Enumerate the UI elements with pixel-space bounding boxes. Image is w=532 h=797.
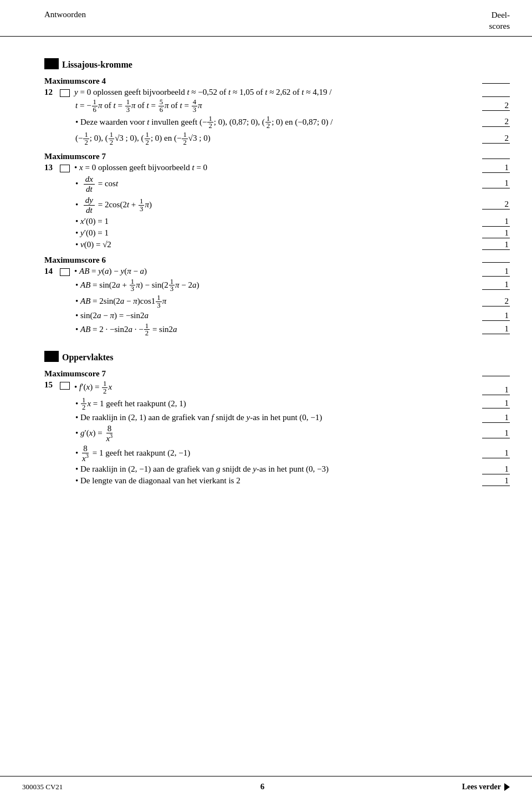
q15-sub1-score: 1 [482, 385, 510, 395]
q12-sub3-text: (−12; 0), (12√3 ; 0), (12; 0) en (−12√3 … [75, 131, 482, 146]
next-arrow-icon [504, 783, 510, 791]
q12-sub1: t = −16π of t = 13π of t = 56π of t = 43… [44, 99, 510, 114]
q13-sub4-text: • y′(0) = 1 [75, 228, 482, 238]
page-container: Antwoorden Deel- scores Lissajous-kromme… [0, 0, 532, 797]
q15-sub4: • g′(x) = 8x3 1 [44, 425, 510, 443]
q15-sub4-text: • g′(x) = 8x3 [75, 425, 482, 443]
q13-sub2-text: • dy dt = 2cos(2t + 13π) [75, 196, 482, 215]
q15-sub7-text: • De lengte van de diagonaal van het vie… [75, 476, 482, 486]
q13-sub2-score: 2 [482, 200, 510, 210]
q15-sub3-score: 1 [482, 413, 510, 423]
section-lissajous: Lissajous-kromme [44, 54, 510, 73]
q13-sub5: • v(0) = √2 1 [44, 240, 510, 250]
q15-sub5: • 8x3 = 1 geeft het raakpunt (2, −1) 1 [44, 445, 510, 463]
question-14: Maximumscore 6 14 • AB = y(a) − y(π − a)… [44, 256, 510, 338]
section2-icon [44, 351, 59, 362]
section-title-lissajous: Lissajous-kromme [62, 60, 132, 70]
question-12: Maximumscore 4 12 y = 0 oplossen geeft b… [44, 76, 510, 146]
q15-sub6: • De raaklijn in (2, −1) aan de grafiek … [44, 464, 510, 474]
q13-main-text: • x = 0 oplossen geeft bijvoorbeeld t = … [74, 163, 482, 172]
footer-next: Lees verder [462, 783, 510, 791]
q14-sub2: • AB = 2sin(2a − π)cos113π 2 [44, 294, 510, 309]
q15-sub2: • 12x = 1 geeft het raakpunt (2, 1) 1 [44, 397, 510, 412]
q14-sub1-text: • AB = sin(2a + 13π) − sin(213π − 2a) [75, 278, 482, 293]
question-13: Maximumscore 7 13 • x = 0 oplossen geeft… [44, 152, 510, 250]
q13-sub3-score: 1 [482, 217, 510, 227]
q13-checkbox [60, 165, 70, 172]
q14-maxscore: Maximumscore 6 [44, 256, 106, 264]
q15-sub1-text: • f′(x) = 12x [74, 380, 482, 395]
q15-sub6-text: • De raaklijn in (2, −1) aan de grafiek … [75, 464, 482, 474]
q13-sub1-text: • dx dt = cost [75, 175, 482, 194]
q14-sub1: • AB = sin(2a + 13π) − sin(213π − 2a) 1 [44, 278, 510, 293]
q12-main-text: y = 0 oplossen geeft bijvoorbeeld t ≈ −0… [74, 88, 482, 97]
q12-main-row: 12 y = 0 oplossen geeft bijvoorbeeld t ≈… [44, 88, 510, 97]
q12-sub2-score: 2 [482, 117, 510, 127]
q14-sub4-score: 1 [482, 324, 510, 334]
q14-sub3-text: • sin(2a − π) = −sin2a [75, 311, 482, 320]
q15-main-row: 15 • f′(x) = 12x 1 [44, 380, 510, 395]
q15-sub3: • De raaklijn in (2, 1) aan de grafiek v… [44, 413, 510, 423]
q15-sub7: • De lengte van de diagonaal van het vie… [44, 476, 510, 486]
q13-sub4: • y′(0) = 1 1 [44, 228, 510, 238]
q13-sub4-score: 1 [482, 228, 510, 238]
q14-checkbox [60, 268, 70, 276]
q15-number: 15 [44, 380, 60, 390]
q14-score1: 1 [482, 267, 510, 277]
q15-sub5-score: 1 [482, 448, 510, 458]
page-footer: 300035 CV21 6 Lees verder [0, 776, 532, 797]
q14-sub4: • AB = 2 · −sin2a · −12 = sin2a 1 [44, 323, 510, 338]
q12-number: 12 [44, 88, 60, 97]
q13-sub3: • x′(0) = 1 1 [44, 217, 510, 227]
q15-sub3-text: • De raaklijn in (2, 1) aan de grafiek v… [75, 413, 482, 422]
main-content: Lissajous-kromme Maximumscore 4 12 y = 0… [0, 37, 532, 521]
q15-sub2-score: 1 [482, 398, 510, 408]
q14-main-text: • AB = y(a) − y(π − a) [74, 267, 482, 276]
q12-sub3-score: 2 [482, 134, 510, 144]
q14-sub3: • sin(2a − π) = −sin2a 1 [44, 311, 510, 321]
q15-checkbox [60, 382, 70, 390]
q14-sub2-text: • AB = 2sin(2a − π)cos113π [75, 294, 482, 309]
header-scores: Deel- scores [489, 10, 510, 32]
q15-sub2-text: • 12x = 1 geeft het raakpunt (2, 1) [75, 397, 482, 412]
q13-sub1: • dx dt = cost 1 [44, 175, 510, 194]
footer-page: 6 [260, 782, 265, 791]
q13-main-row: 13 • x = 0 oplossen geeft bijvoorbeeld t… [44, 163, 510, 173]
q13-maxscore: Maximumscore 7 [44, 152, 106, 161]
q12-maxscore-val [482, 83, 510, 84]
q12-sub2-text: • Deze waarden voor t invullen geeft (−1… [75, 115, 482, 130]
q14-sub3-score: 1 [482, 311, 510, 321]
q14-sub4-text: • AB = 2 · −sin2a · −12 = sin2a [75, 323, 482, 338]
q14-main-row: 14 • AB = y(a) − y(π − a) 1 [44, 267, 510, 277]
q12-sub1-score: 2 [482, 101, 510, 111]
q12-sub2: • Deze waarden voor t invullen geeft (−1… [44, 115, 510, 130]
q14-sub1-score: 1 [482, 280, 510, 290]
q13-sub5-score: 1 [482, 240, 510, 250]
q12-checkbox [60, 89, 70, 97]
q12-sub1-text: t = −16π of t = 13π of t = 56π of t = 43… [75, 99, 482, 114]
q12-score1 [482, 96, 510, 97]
section-oppervlaktes: Oppervlaktes [44, 347, 510, 366]
q15-sub5-text: • 8x3 = 1 geeft het raakpunt (2, −1) [75, 445, 482, 463]
question-15: Maximumscore 7 15 • f′(x) = 12x 1 • 12x … [44, 369, 510, 486]
q12-maxscore: Maximumscore 4 [44, 76, 106, 85]
q15-sub6-score: 1 [482, 464, 510, 474]
q13-sub3-text: • x′(0) = 1 [75, 217, 482, 226]
q13-sub1-score: 1 [482, 178, 510, 188]
q14-sub2-score: 2 [482, 297, 510, 306]
q13-sub2: • dy dt = 2cos(2t + 13π) 2 [44, 196, 510, 215]
footer-code: 300035 CV21 [22, 783, 63, 791]
q15-sub7-score: 1 [482, 476, 510, 486]
q13-score1: 1 [482, 163, 510, 173]
page-header: Antwoorden Deel- scores [0, 0, 532, 37]
header-title: Antwoorden [44, 10, 86, 19]
section-icon [44, 58, 59, 69]
section-title-oppervlaktes: Oppervlaktes [62, 352, 113, 362]
q13-number: 13 [44, 163, 60, 172]
q12-sub3: (−12; 0), (12√3 ; 0), (12; 0) en (−12√3 … [44, 131, 510, 146]
q13-sub5-text: • v(0) = √2 [75, 240, 482, 249]
q15-sub4-score: 1 [482, 428, 510, 438]
q15-maxscore: Maximumscore 7 [44, 369, 106, 378]
q14-number: 14 [44, 267, 60, 276]
